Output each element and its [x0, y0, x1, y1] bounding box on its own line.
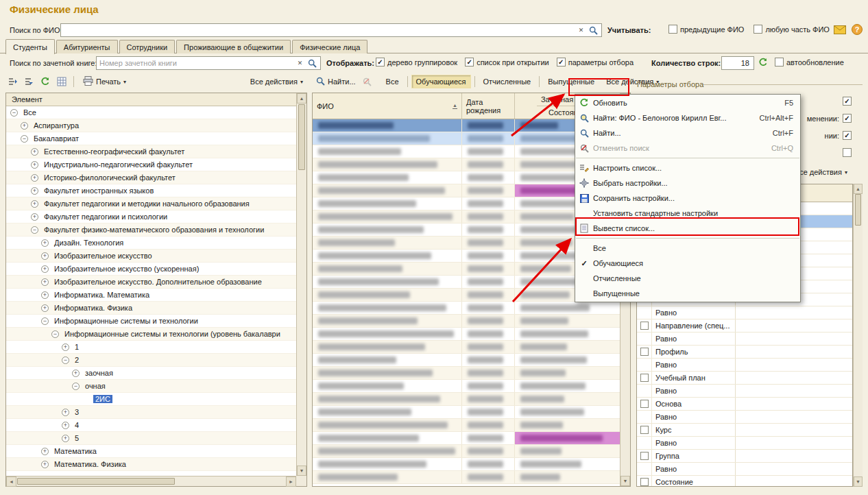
collapse-icon[interactable]: −: [31, 226, 38, 234]
tree-row[interactable]: −Бакалавриат: [6, 132, 296, 145]
row-count-input[interactable]: 18: [721, 56, 754, 70]
table-row[interactable]: [313, 445, 620, 458]
tree-row[interactable]: +Изобразительное искусство: [6, 250, 296, 263]
tree-row[interactable]: +Математика. Физика: [6, 458, 296, 471]
scroll-up-icon[interactable]: ▲: [297, 93, 306, 104]
table-row[interactable]: [313, 250, 620, 263]
filter-button-все[interactable]: Все: [381, 75, 404, 88]
table-row[interactable]: [313, 289, 620, 302]
tab-проживающие-в-общежитии[interactable]: Проживающие в общежитии: [176, 40, 291, 53]
tree-vertical-scrollbar[interactable]: ▲ ▼: [296, 93, 306, 476]
fio-search-input[interactable]: ✕: [60, 23, 602, 37]
scroll-down-icon[interactable]: ▼: [620, 476, 630, 486]
clear-icon[interactable]: ✕: [295, 58, 305, 69]
table-row[interactable]: [313, 471, 620, 484]
filter-row[interactable]: Основа: [637, 398, 852, 411]
tree-row[interactable]: +Информатика. Математика: [6, 289, 296, 302]
clear-icon[interactable]: ✕: [576, 25, 586, 36]
expand-icon[interactable]: +: [41, 252, 49, 260]
checkbox[interactable]: [775, 58, 784, 67]
expand-icon[interactable]: +: [41, 461, 49, 468]
table-row[interactable]: [313, 419, 620, 432]
table-row[interactable]: [313, 406, 620, 419]
filter-row[interactable]: Состояние: [637, 476, 852, 487]
filter-row[interactable]: Учебный план: [637, 372, 852, 385]
tree-row[interactable]: −Информационные системы и технологии: [6, 315, 296, 328]
menu-item-сохранить-настройки[interactable]: Сохранить настройки...: [575, 191, 800, 206]
table-row[interactable]: [313, 210, 620, 224]
expand-icon[interactable]: +: [41, 304, 49, 312]
scroll-right-icon[interactable]: ►: [286, 476, 296, 487]
scroll-up-icon[interactable]: ▲: [854, 184, 863, 194]
scroll-down-icon[interactable]: ▼: [854, 476, 863, 487]
refresh-icon[interactable]: [758, 58, 768, 67]
checkbox[interactable]: [640, 374, 649, 382]
expand-icon[interactable]: +: [62, 343, 69, 351]
menu-item-найти-фио-белоногов-кирилл-евг[interactable]: Найти: ФИО - Белоногов Кирилл Евг...Ctrl…: [575, 110, 800, 125]
checkbox[interactable]: [640, 348, 649, 356]
tab-студенты[interactable]: Студенты: [5, 39, 55, 54]
tree-row[interactable]: +Математика: [6, 445, 296, 458]
column-header-birthdate[interactable]: Дата рождения: [462, 93, 515, 119]
checkbox[interactable]: ✓: [843, 131, 852, 140]
filter-vertical-scrollbar[interactable]: ▲ ▼: [853, 184, 863, 487]
expand-icon[interactable]: +: [31, 174, 38, 182]
menu-item-обновить[interactable]: ОбновитьF5: [575, 95, 800, 110]
expand-icon[interactable]: +: [41, 448, 49, 455]
checkbox[interactable]: [640, 478, 649, 486]
scrollbar-thumb[interactable]: [17, 478, 175, 485]
expand-icon[interactable]: +: [41, 278, 49, 286]
tree-row[interactable]: +Индустриально-педагогический факультет: [6, 158, 296, 171]
find-button[interactable]: Найти...: [312, 75, 360, 88]
menu-item-отчисленные[interactable]: Отчисленные: [575, 271, 800, 286]
table-row[interactable]: [313, 393, 620, 406]
tree-row[interactable]: −Все: [6, 106, 296, 119]
table-row[interactable]: [313, 458, 620, 471]
table-row[interactable]: [313, 145, 620, 158]
collapse-icon[interactable]: −: [72, 383, 80, 390]
expand-icon[interactable]: +: [41, 239, 49, 247]
tree-row[interactable]: +3: [6, 406, 296, 419]
tree-row[interactable]: +Изобразительное искусство. Дополнительн…: [6, 276, 296, 289]
expand-icon[interactable]: +: [31, 187, 38, 195]
expand-icon[interactable]: +: [31, 200, 38, 208]
tree-row[interactable]: +заочная: [6, 367, 296, 380]
tab-физические-лица[interactable]: Физические лица: [292, 40, 367, 53]
checkbox[interactable]: [640, 452, 649, 460]
expand-icon[interactable]: +: [72, 370, 80, 377]
expand-icon[interactable]: +: [41, 291, 49, 299]
filter-row[interactable]: Равно: [637, 385, 852, 398]
search-icon[interactable]: [307, 58, 317, 69]
tree-row[interactable]: +Факультет иностранных языков: [6, 184, 296, 197]
table-row[interactable]: [313, 341, 620, 354]
tree-all-actions-button[interactable]: Все действия ▾: [246, 75, 307, 88]
expand-icon[interactable]: +: [31, 148, 38, 156]
collapse-icon[interactable]: −: [41, 317, 49, 325]
menu-item-выпущенные[interactable]: Выпущенные: [575, 286, 800, 301]
table-row[interactable]: [313, 237, 620, 250]
scrollbar-thumb[interactable]: [855, 194, 861, 226]
tree-row[interactable]: +Дизайн. Технология: [6, 237, 296, 250]
scroll-left-icon[interactable]: ◄: [6, 476, 16, 487]
menu-item-отменить-поиск[interactable]: Отменить поискCtrl+Q: [575, 141, 800, 156]
tree-row[interactable]: +Информатика. Физика: [6, 302, 296, 315]
table-row[interactable]: [313, 132, 620, 145]
tree-horizontal-scrollbar[interactable]: ◄ ►: [6, 476, 296, 486]
expand-icon[interactable]: +: [31, 213, 38, 221]
table-row[interactable]: [313, 302, 620, 315]
filter-button-обучающиеся[interactable]: Обучающиеся: [411, 75, 471, 88]
tree-row[interactable]: −очная: [6, 380, 296, 393]
mail-icon[interactable]: [834, 25, 846, 34]
expand-tree-icon[interactable]: [5, 75, 19, 88]
checkbox[interactable]: ✓: [557, 58, 566, 67]
expand-icon[interactable]: +: [21, 122, 28, 130]
tree-row[interactable]: +5: [6, 432, 296, 445]
cancel-search-icon[interactable]: [363, 75, 372, 88]
checkbox[interactable]: ✓: [465, 58, 474, 67]
tree-row[interactable]: +1: [6, 341, 296, 354]
table-row[interactable]: [313, 263, 620, 276]
tree-row[interactable]: +Факультет педагогики и методики начальн…: [6, 197, 296, 210]
tab-абитуриенты[interactable]: Абитуриенты: [56, 40, 118, 53]
table-row[interactable]: [313, 380, 620, 393]
tree-row[interactable]: +4: [6, 419, 296, 432]
